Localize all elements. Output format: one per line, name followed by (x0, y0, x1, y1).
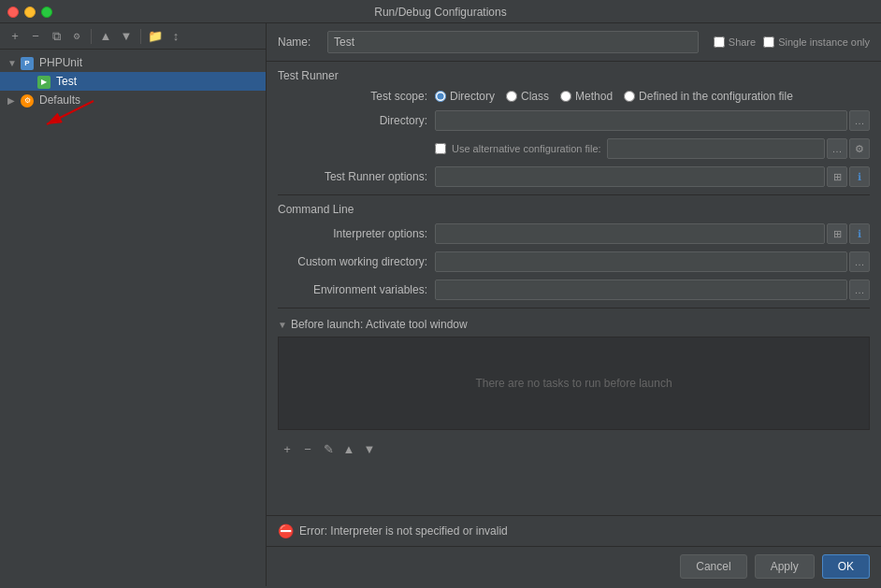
directory-input-group: … (435, 110, 870, 131)
remove-config-button[interactable]: − (26, 27, 45, 46)
before-launch-toolbar: + − ✎ ▲ ▼ (278, 437, 870, 460)
interpreter-info-button[interactable]: ℹ (849, 223, 870, 244)
working-dir-input-group: … (435, 251, 870, 272)
alt-config-settings-button[interactable]: ⚙ (849, 138, 870, 159)
error-bar: ⛔ Error: Interpreter is not specified or… (267, 515, 881, 546)
tree-arrow-defaults: ▶ (7, 95, 21, 106)
interpreter-expand-button[interactable]: ⊞ (827, 223, 847, 244)
single-instance-checkbox[interactable] (763, 36, 774, 48)
before-launch-up-button[interactable]: ▲ (339, 439, 358, 458)
alt-config-browse-button[interactable]: … (827, 138, 847, 159)
sidebar-tree: ▼ P PHPUnit ▶ Test ▶ (0, 50, 266, 113)
single-instance-checkbox-row: Single instance only (763, 36, 870, 48)
test-run-icon: ▶ (37, 74, 52, 89)
add-config-button[interactable]: + (6, 27, 24, 46)
copy-config-button[interactable]: ⧉ (47, 27, 65, 46)
working-dir-input[interactable] (435, 251, 847, 272)
before-launch-remove-button[interactable]: − (298, 439, 317, 458)
tree-item-phpunit[interactable]: ▼ P PHPUnit (0, 53, 266, 72)
alt-config-label: Use alternative configuration file: (452, 143, 601, 154)
settings-config-button[interactable]: ⚙ (67, 27, 86, 46)
tree-item-test[interactable]: ▶ Test (0, 72, 266, 91)
share-checkbox-row: Share (714, 36, 756, 48)
test-runner-section: Test Runner Test scope: Directory Class (278, 69, 870, 187)
radio-method-input[interactable] (560, 91, 571, 102)
directory-label: Directory: (278, 114, 427, 127)
before-launch-down-button[interactable]: ▼ (360, 439, 379, 458)
ok-button[interactable]: OK (822, 554, 870, 579)
test-runner-title: Test Runner (278, 69, 870, 82)
move-down-button[interactable]: ▼ (117, 27, 136, 46)
alt-config-checkbox[interactable] (435, 143, 446, 154)
cancel-button[interactable]: Cancel (680, 554, 746, 579)
share-checkbox[interactable] (714, 36, 725, 48)
radio-defined-input[interactable] (624, 91, 635, 102)
test-scope-label: Test scope: (278, 90, 427, 103)
sidebar-toolbar: + − ⧉ ⚙ ▲ ▼ 📁 ↕ (0, 23, 266, 50)
error-text: Error: Interpreter is not specified or i… (299, 524, 508, 538)
before-launch-header[interactable]: ▼ Before launch: Activate tool window (278, 316, 870, 333)
test-scope-row: Test scope: Directory Class Method (278, 90, 870, 103)
radio-class-input[interactable] (506, 91, 517, 102)
directory-input[interactable] (435, 110, 847, 131)
apply-button[interactable]: Apply (755, 554, 815, 579)
before-launch-empty-text: There are no tasks to run before launch (475, 377, 672, 390)
toolbar-separator (91, 29, 92, 44)
interpreter-label: Interpreter options: (278, 227, 427, 240)
sidebar-tree-wrapper: ▼ P PHPUnit ▶ Test ▶ (0, 50, 266, 113)
before-launch-section: ▼ Before launch: Activate tool window Th… (278, 316, 870, 460)
runner-options-info-button[interactable]: ℹ (849, 166, 870, 187)
alt-config-group: Use alternative configuration file: … ⚙ (435, 138, 870, 159)
phpunit-icon: P (21, 55, 36, 70)
directory-row: Directory: … (278, 110, 870, 131)
command-line-title: Command Line (278, 203, 870, 216)
radio-directory[interactable]: Directory (435, 90, 495, 103)
radio-method[interactable]: Method (560, 90, 613, 103)
env-vars-browse-button[interactable]: … (849, 280, 870, 300)
radio-defined-label: Defined in the configuration file (639, 90, 793, 103)
tree-label-test: Test (56, 75, 77, 88)
runner-options-row: Test Runner options: ⊞ ℹ (278, 166, 870, 187)
scope-radio-group: Directory Class Method Defined in t (435, 90, 870, 103)
runner-options-input[interactable] (435, 166, 825, 187)
content-panel: Name: Share Single instance only Test Ru… (267, 23, 881, 586)
before-launch-add-button[interactable]: + (278, 439, 296, 458)
before-launch-area: There are no tasks to run before launch (278, 337, 870, 430)
runner-options-expand-button[interactable]: ⊞ (827, 166, 847, 187)
move-up-button[interactable]: ▲ (96, 27, 115, 46)
radio-class[interactable]: Class (506, 90, 549, 103)
interpreter-row: Interpreter options: ⊞ ℹ (278, 223, 870, 244)
working-dir-label: Custom working directory: (278, 255, 427, 268)
name-label: Name: (278, 36, 320, 49)
minimize-button[interactable] (24, 7, 36, 18)
sort-button[interactable]: ↕ (166, 27, 185, 46)
toolbar-separator-2 (140, 29, 141, 44)
share-label: Share (729, 36, 756, 48)
name-input[interactable] (327, 31, 699, 53)
radio-defined[interactable]: Defined in the configuration file (624, 90, 793, 103)
folder-button[interactable]: 📁 (146, 27, 165, 46)
tree-arrow-phpunit: ▼ (7, 58, 21, 68)
content-scroll: Test Runner Test scope: Directory Class (267, 62, 881, 515)
before-launch-title: Before launch: Activate tool window (291, 318, 468, 331)
maximize-button[interactable] (41, 7, 52, 18)
defaults-icon: ⚙ (21, 93, 36, 108)
directory-browse-button[interactable]: … (849, 110, 870, 131)
close-button[interactable] (7, 7, 19, 18)
alt-config-input-group: … ⚙ (607, 138, 870, 159)
interpreter-input[interactable] (435, 223, 825, 244)
alt-config-input[interactable] (607, 138, 825, 159)
alt-config-row: Use alternative configuration file: … ⚙ (278, 138, 870, 159)
tree-item-defaults[interactable]: ▶ ⚙ Defaults (0, 91, 266, 109)
divider-2 (278, 308, 870, 308)
env-vars-row: Environment variables: … (278, 280, 870, 300)
before-launch-edit-button[interactable]: ✎ (319, 439, 338, 458)
env-vars-input[interactable] (435, 280, 847, 300)
env-vars-label: Environment variables: (278, 283, 427, 296)
runner-options-input-group: ⊞ ℹ (435, 166, 870, 187)
single-instance-label: Single instance only (778, 36, 870, 48)
working-dir-browse-button[interactable]: … (849, 251, 870, 272)
tree-label-defaults: Defaults (39, 93, 80, 107)
radio-directory-input[interactable] (435, 91, 446, 102)
runner-options-label: Test Runner options: (278, 170, 427, 183)
